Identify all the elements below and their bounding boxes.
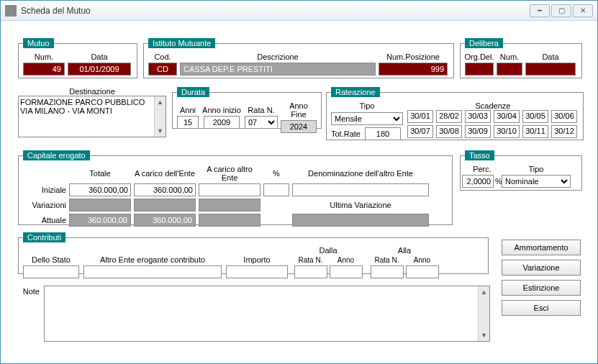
capitale-totale-label: Totale: [69, 169, 131, 178]
istituto-cod-label: Cod.: [154, 53, 171, 61]
delibera-num: [497, 63, 522, 76]
capitale-attuale-altro: [199, 214, 261, 227]
istituto-numpos: 999: [379, 63, 448, 76]
titlebar: Scheda del Mutuo ━ ▢ ✕: [1, 1, 597, 21]
tasso-perc-label: Perc.: [473, 165, 491, 173]
durata-annofine: 2024: [281, 120, 317, 133]
istituto-group: Istituto Mutuante Cod. CD Descrizione CA…: [143, 38, 454, 78]
delibera-legend: Delibera: [465, 38, 503, 48]
rateazione-totrate[interactable]: [365, 127, 401, 140]
scroll-up-icon[interactable]: ▲: [479, 286, 489, 298]
capitale-acarente-label: A carico dell'Ente: [134, 169, 196, 178]
scadenza-cell[interactable]: 28/02: [436, 110, 462, 123]
esci-button[interactable]: Esci: [502, 300, 581, 316]
scadenza-cell[interactable]: 30/12: [551, 125, 577, 138]
contributi-stato-label: Dello Stato: [32, 255, 71, 264]
contributi-group: Contributi Dello Stato Altro Ente erogan…: [18, 232, 489, 274]
minimize-button[interactable]: ━: [530, 4, 550, 17]
contributi-dalla-ratan-label: Rata N.: [299, 256, 323, 264]
close-button[interactable]: ✕: [573, 4, 593, 17]
scroll-down-icon[interactable]: ▼: [479, 329, 489, 341]
mutuo-data: 01/01/2009: [68, 63, 131, 76]
istituto-descr-label: Descrizione: [257, 53, 298, 61]
destinazione-text[interactable]: FORMAZIONE PARCO PUBBLICO VIA MILANO - V…: [19, 96, 166, 117]
rateazione-scadenze-label: Scadenze: [407, 101, 579, 110]
rateazione-totrate-label: Tot.Rate: [331, 129, 363, 138]
variazione-button[interactable]: Variazione: [502, 260, 581, 276]
scadenza-cell[interactable]: 30/08: [436, 125, 462, 138]
scadenza-cell[interactable]: 30/05: [522, 110, 548, 123]
mutuo-num-label: Num.: [35, 53, 53, 61]
capitale-iniziale-ente[interactable]: [134, 183, 196, 196]
scadenza-cell[interactable]: 30/09: [465, 125, 491, 138]
scadenza-cell[interactable]: 30/03: [465, 110, 491, 123]
capitale-group: Capitale erogato Totale A carico dell'En…: [18, 150, 453, 225]
capitale-iniziale-altro[interactable]: [199, 183, 261, 196]
durata-anni[interactable]: [177, 116, 199, 129]
delibera-num-label: Num.: [500, 53, 519, 61]
tasso-tipo[interactable]: Nominale: [502, 175, 571, 188]
ammortamento-button[interactable]: Ammortamento: [502, 240, 581, 255]
delibera-group: Delibera Org.Del. Num. Data: [460, 38, 582, 78]
scadenza-cell[interactable]: 30/07: [407, 125, 433, 138]
contributi-alla-anno[interactable]: [406, 265, 439, 278]
tasso-legend: Tasso: [465, 150, 494, 160]
durata-ratan[interactable]: 07: [245, 116, 278, 129]
contributi-stato[interactable]: [23, 265, 79, 278]
mutuo-data-label: Data: [91, 53, 107, 61]
contributi-altroente[interactable]: [83, 265, 222, 278]
delibera-org-label: Org.Del.: [465, 53, 494, 61]
destinazione-scrollbar[interactable]: ▲ ▼: [154, 96, 166, 137]
capitale-pct-label: %: [263, 169, 289, 178]
capitale-iniziale-pct[interactable]: [263, 183, 289, 196]
scadenza-cell[interactable]: 30/06: [551, 110, 577, 123]
contributi-importo[interactable]: [226, 265, 288, 278]
contributi-alla-ratan-label: Rata N.: [375, 256, 399, 264]
capitale-iniziale-tot[interactable]: [69, 183, 131, 196]
delibera-org: [465, 63, 494, 76]
capitale-attuale-tot: 360.000,00: [69, 214, 131, 227]
durata-group: Durata Anni Anno inizio Rata N. 07 Anno …: [172, 87, 322, 129]
istituto-descr: CASSA DEP.E PRESTITI: [180, 63, 376, 76]
durata-annofine-label: Anno Fine: [281, 101, 317, 119]
capitale-var-ente: [134, 199, 196, 211]
contributi-dalla-anno-label: Anno: [337, 256, 354, 264]
durata-legend: Durata: [177, 87, 209, 97]
scadenza-cell[interactable]: 30/11: [522, 125, 548, 138]
capitale-iniziale-denom[interactable]: [292, 183, 429, 196]
mutuo-legend: Mutuo: [23, 38, 54, 48]
durata-ratan-label: Rata N.: [248, 106, 274, 114]
durata-annoinizio-label: Anno inizio: [202, 106, 241, 114]
rateazione-group: Rateazione Tipo Mensile Tot.Rate Scadenz…: [326, 87, 584, 140]
capitale-iniziale-label: Iniziale: [23, 186, 66, 194]
mutuo-group: Mutuo Num. 49 Data 01/01/2009: [18, 38, 137, 78]
delibera-data: [525, 63, 576, 76]
scadenza-cell[interactable]: 30/10: [494, 125, 520, 138]
note-textarea[interactable]: [45, 286, 478, 341]
scroll-down-icon[interactable]: ▼: [155, 125, 166, 137]
maximize-button[interactable]: ▢: [551, 4, 571, 17]
capitale-denom-label: Denominazione dell'altro Ente: [292, 169, 429, 178]
istituto-legend: Istituto Mutuante: [148, 38, 215, 48]
rateazione-tipo[interactable]: Mensile: [331, 112, 403, 125]
estinzione-button[interactable]: Estinzione: [502, 280, 581, 296]
note-scrollbar[interactable]: ▲ ▼: [478, 286, 489, 341]
capitale-legend: Capitale erogato: [23, 150, 90, 160]
scroll-up-icon[interactable]: ▲: [155, 96, 166, 108]
scadenza-cell[interactable]: 30/01: [407, 110, 433, 123]
window-title: Scheda del Mutuo: [21, 6, 530, 16]
istituto-cod: CD: [148, 63, 177, 76]
capitale-attuale-ente: 360.000,00: [134, 214, 196, 227]
contributi-dalla-anno[interactable]: [330, 265, 363, 278]
capitale-attuale-label: Attuale: [23, 216, 66, 224]
tasso-perc[interactable]: [462, 175, 494, 188]
durata-annoinizio[interactable]: [204, 116, 240, 129]
content: Mutuo Num. 49 Data 01/01/2009 Istituto M…: [1, 21, 597, 363]
rateazione-legend: Rateazione: [331, 87, 380, 97]
contributi-importo-label: Importo: [243, 255, 270, 264]
contributi-alla-ratan[interactable]: [371, 265, 404, 278]
scadenza-cell[interactable]: 30/04: [494, 110, 520, 123]
capitale-ultimavar-label: Ultima Variazione: [292, 201, 429, 209]
contributi-dalla-ratan[interactable]: [294, 265, 327, 278]
rateazione-tipo-label: Tipo: [331, 101, 403, 110]
